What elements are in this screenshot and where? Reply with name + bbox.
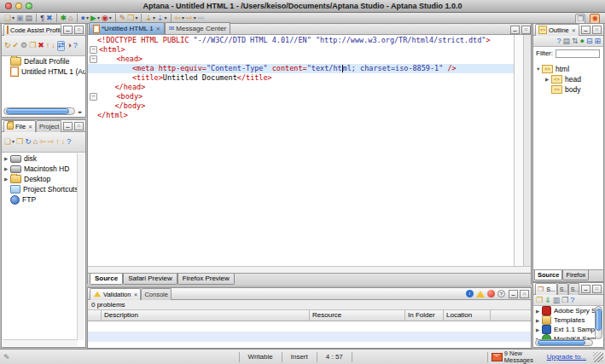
tab-firefox-preview[interactable]: Firefox Preview [177,274,235,285]
browser-preview-icon[interactable]: ●▾ [81,14,89,23]
download-icon[interactable]: ⇓ [544,296,551,304]
home-icon[interactable]: ⌂ [33,138,38,147]
tab-untitled-html[interactable]: *Untitled HTML 1 ✕ [89,22,165,34]
maximize-panel-icon[interactable]: □ [520,290,529,298]
filter-icon[interactable]: ● [579,37,584,45]
tab-validation[interactable]: Validation ✕ [90,288,141,300]
code-line[interactable]: <meta http-equiv="Content-Type" content=… [88,64,514,73]
tab-samples-3[interactable]: S... [568,283,579,295]
collapse-icon[interactable] [536,66,542,72]
fold-collapse-icon[interactable]: − [90,55,97,63]
code-line[interactable]: − <body> [88,92,514,101]
tab-samples-2[interactable]: S... [557,283,568,295]
fold-collapse-icon[interactable]: − [90,46,97,54]
table-row[interactable] [88,332,531,342]
new-project-icon[interactable]: ✱ [61,14,67,23]
expand-icon[interactable] [536,318,542,323]
link-editor-icon[interactable]: ✎ [119,14,126,23]
error-filter-icon[interactable] [487,290,495,298]
code-line[interactable]: <!DOCTYPE HTML PUBLIC "-//W3C//DTD HTML … [88,36,514,45]
print-icon[interactable]: ▤ [26,14,33,23]
warning-filter-icon[interactable] [476,291,485,298]
expand-icon[interactable] [4,166,10,171]
minimize-panel-icon[interactable]: ▁ [63,122,73,130]
vertical-scrollbar[interactable] [77,153,84,340]
tab-safari-preview[interactable]: Safari Preview [123,274,177,285]
forward-icon[interactable]: ⇨▾ [186,14,196,23]
open-folder-icon[interactable]: ❒▾ [127,14,137,23]
maximize-editor-icon[interactable]: □ [521,26,531,34]
down-icon[interactable]: ↓ [61,138,66,147]
apply-profile-icon[interactable]: ✔ [13,42,20,50]
profile-icon[interactable]: ◉▾ [102,14,112,23]
code-line[interactable]: </html> [88,111,514,120]
minimize-window-icon[interactable] [15,3,22,9]
link-with-editor-icon[interactable]: ⇄ [57,41,66,51]
help-icon[interactable]: ? [67,138,71,147]
code-line[interactable]: </body> [88,101,514,111]
open-profile-icon[interactable]: ❒ [29,42,36,50]
tab-outline-firefox[interactable]: Firefox [562,270,589,280]
column-in-folder[interactable]: In Folder [405,310,444,321]
vertical-scrollbar[interactable] [595,306,602,339]
tab-outline[interactable]: Outline ✕ [535,24,579,36]
home-icon[interactable]: ⌂ [68,14,73,23]
tree-item-html[interactable]: html [533,64,603,74]
new-file-icon[interactable]: ❏▾ [4,138,15,147]
preview-icon[interactable]: ❐ [561,296,568,304]
tree-item-adobe-spry[interactable]: Adobe Spry Sampl [533,306,596,315]
code-line[interactable]: −<html> [88,45,514,55]
maximize-panel-icon[interactable]: □ [74,122,84,130]
filter-input[interactable] [556,49,600,58]
upgrade-link[interactable]: Upgrade to... [547,353,586,361]
tree-item-untitled-profile[interactable]: Untitled HTML 1 (Auto-cr [2,66,85,77]
tab-console[interactable]: Console [141,288,172,300]
tree-item-disk[interactable]: disk [2,153,78,164]
dropdown-caret-icon[interactable]: ▾ [182,14,184,23]
dropdown-caret-icon[interactable]: ▾ [153,14,155,23]
collapse-all-icon[interactable]: ⊟ [586,37,593,45]
fold-collapse-icon[interactable]: − [90,93,97,101]
expand-icon[interactable] [4,176,10,182]
zoom-window-icon[interactable] [26,3,32,9]
list-view-icon[interactable]: ▤ [562,37,570,45]
dropdown-caret-icon[interactable]: ▾ [135,14,137,23]
messages-envelope-icon[interactable] [492,353,503,361]
tab-outline-source[interactable]: Source [534,270,562,280]
table-row[interactable] [88,321,531,332]
code-line[interactable]: </head> [88,83,514,92]
tab-code-assist-profiles[interactable]: Code Assist Profiles ✕ [3,24,61,36]
open-folder-icon[interactable]: ❒ [16,138,23,147]
scrollbar-arrows-icon[interactable]: ◂▸ [78,108,82,115]
refresh-icon[interactable]: ↻ [25,138,32,147]
tab-source[interactable]: Source [90,274,123,285]
help-icon[interactable]: ? [570,296,574,304]
snippets-icon[interactable]: ⇣▾ [157,14,167,23]
close-window-icon[interactable] [5,3,12,9]
horizontal-scrollbar[interactable] [535,339,593,346]
expand-all-icon[interactable]: ⊞ [594,37,601,45]
help-icon[interactable] [497,290,505,298]
minimize-panel-icon[interactable]: ▁ [581,26,590,34]
new-file-icon[interactable]: ❏▾ [4,14,15,23]
code-line[interactable]: <title>Untitled Document</title> [88,73,514,83]
tab-project[interactable]: Project [36,120,61,132]
back-icon[interactable]: ⇦ [39,138,46,147]
code-line[interactable]: − <head> [88,55,514,64]
close-icon[interactable]: ✕ [156,26,160,32]
close-icon[interactable]: ✕ [28,124,32,130]
new-messages-label[interactable]: 9 New Messages [504,350,540,364]
refresh-profile-icon[interactable]: ↻ [4,42,11,50]
sort-icon[interactable]: ⇅ [572,37,579,45]
dropdown-caret-icon[interactable]: ▾ [86,14,89,23]
maximize-panel-icon[interactable]: □ [592,285,602,293]
delete-profile-icon[interactable]: ✖ [38,42,44,50]
column-description[interactable]: Description [102,310,310,321]
tree-item-head[interactable]: head [533,74,603,84]
show-whitespace-icon[interactable]: ¶ [40,14,44,23]
tree-item-templates[interactable]: Templates [533,315,596,325]
minimize-panel-icon[interactable]: ▁ [581,285,590,293]
dropdown-caret-icon[interactable]: ▾ [12,137,15,147]
minimize-panel-icon[interactable]: ▁ [509,290,518,298]
minimize-panel-icon[interactable]: ▁ [63,26,73,34]
